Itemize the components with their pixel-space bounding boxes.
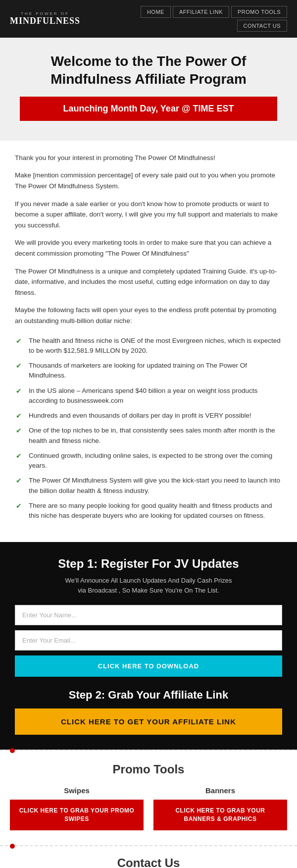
swipes-button[interactable]: CLICK HERE TO GRAB YOUR PROMO SWIPES bbox=[10, 800, 144, 830]
promo-cols: Swipes CLICK HERE TO GRAB YOUR PROMO SWI… bbox=[10, 786, 287, 830]
bullet-item-3: Hundreds and even thousands of dollars p… bbox=[15, 408, 282, 423]
content-para1: Thank you for your interest in promoting… bbox=[15, 153, 282, 163]
download-button[interactable]: CLICK HERE TO DOWNLOAD bbox=[15, 655, 282, 677]
logo-brand: MINDFULNESS bbox=[10, 16, 80, 26]
hero-section: Welcome to the The Power Of Mindfulness … bbox=[0, 38, 297, 141]
affiliate-button[interactable]: CLICK HERE TO GET YOUR AFFILIATE LINK bbox=[15, 708, 282, 735]
swipes-title: Swipes bbox=[10, 786, 144, 795]
content-para2: Make [mention commission percentage] of … bbox=[15, 170, 282, 191]
banners-col: Banners CLICK HERE TO GRAB YOUR BANNERS … bbox=[153, 786, 287, 830]
header: THE POWER OF MINDFULNESS HOME AFFILIATE … bbox=[0, 0, 297, 38]
bullet-item-4: One of the top niches to be in, that con… bbox=[15, 423, 282, 448]
content-section: Thank you for your interest in promoting… bbox=[0, 141, 297, 542]
hero-title: Welcome to the The Power Of Mindfulness … bbox=[20, 53, 277, 89]
contact-title: Contact Us bbox=[10, 856, 287, 868]
promo-dot bbox=[10, 748, 15, 753]
logo-top-line: THE POWER OF bbox=[21, 11, 69, 16]
nav-affiliate-link[interactable]: AFFILIATE LINK bbox=[173, 6, 229, 18]
bullet-item-6: The Power Of Mindfulness System will giv… bbox=[15, 473, 282, 498]
promo-tools-section: Promo Tools Swipes CLICK HERE TO GRAB YO… bbox=[0, 750, 297, 845]
name-input[interactable] bbox=[15, 605, 282, 625]
bullet-list: The health and fitness niche is ONE of t… bbox=[15, 333, 282, 524]
nav-promo-tools[interactable]: PROMO TOOLS bbox=[231, 6, 287, 18]
nav-row1: HOME AFFILIATE LINK PROMO TOOLS bbox=[141, 6, 287, 18]
contact-dot bbox=[10, 844, 15, 849]
banners-title: Banners bbox=[153, 786, 287, 795]
bullet-item-5: Continued growth, including online sales… bbox=[15, 448, 282, 474]
nav-contact-us[interactable]: CONTACT US bbox=[237, 20, 288, 32]
email-input[interactable] bbox=[15, 630, 282, 651]
promo-title: Promo Tools bbox=[10, 762, 287, 776]
banners-button[interactable]: CLICK HERE TO GRAB YOUR BANNERS & GRAPHI… bbox=[153, 800, 287, 830]
step1-subtitle: We'll Announce All Launch Updates And Da… bbox=[15, 576, 282, 595]
launch-bar: Launching Month Day, Year @ TIME EST bbox=[20, 97, 277, 121]
bullet-item-7: There are so many people looking for goo… bbox=[15, 498, 282, 524]
logo: THE POWER OF MINDFULNESS bbox=[10, 11, 80, 26]
contact-section: Contact Us f FACEBOOK S SKYPE ✉ EMAIL bbox=[0, 845, 297, 868]
bullet-item-1: Thousands of marketers are looking for u… bbox=[15, 358, 282, 383]
bullet-item-0: The health and fitness niche is ONE of t… bbox=[15, 333, 282, 359]
step1-heading: Step 1: Register For JV Updates bbox=[15, 557, 282, 571]
bullet-item-2: In the US alone – Americans spend $40 bi… bbox=[15, 383, 282, 409]
step2-heading: Step 2: Grab Your Affiliate Link bbox=[15, 689, 282, 702]
content-para3: If you never made a sale earlier or you … bbox=[15, 199, 282, 231]
nav-right: HOME AFFILIATE LINK PROMO TOOLS CONTACT … bbox=[141, 6, 287, 32]
content-para4: We will provide you every marketing tool… bbox=[15, 237, 282, 259]
nav-row2: CONTACT US bbox=[237, 20, 288, 32]
nav-home[interactable]: HOME bbox=[141, 6, 171, 18]
dark-section: Step 1: Register For JV Updates We'll An… bbox=[0, 542, 297, 750]
swipes-col: Swipes CLICK HERE TO GRAB YOUR PROMO SWI… bbox=[10, 786, 144, 830]
content-para5: The Power Of Mindfulness is a unique and… bbox=[15, 266, 282, 298]
content-para6: Maybe the following facts will open your… bbox=[15, 305, 282, 326]
